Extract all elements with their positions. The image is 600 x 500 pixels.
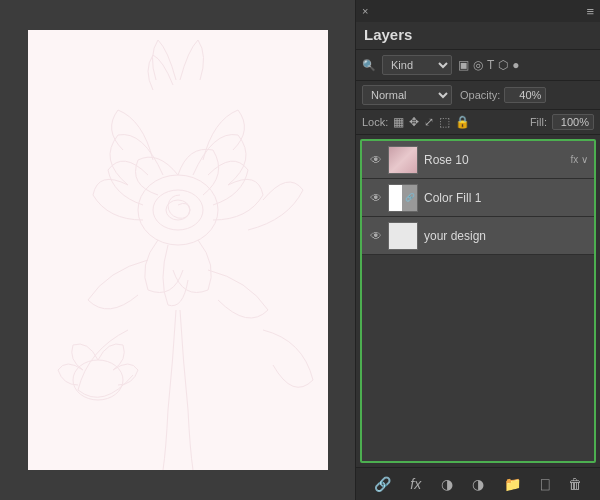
panel-menu-icon[interactable]: ≡ [586,4,594,19]
blend-row: Normal Opacity: 40% [356,81,600,110]
canvas-area [0,0,355,500]
layer-name-yourdesign: your design [424,229,588,243]
lock-image-icon[interactable]: ✥ [409,115,419,129]
rose-sketch [28,30,328,470]
adjustment-icon[interactable]: ◎ [473,58,483,72]
opacity-label: Opacity: [460,89,500,101]
new-group-icon[interactable]: 📁 [500,474,525,494]
layer-visibility-rose10[interactable]: 👁 [368,153,384,167]
fill-value[interactable]: 100% [552,114,594,130]
lock-row: Lock: ▦ ✥ ⤢ ⬚ 🔒 Fill: 100% [356,110,600,135]
smart-icon[interactable]: ● [512,58,519,72]
new-layer-icon[interactable]: ⎕ [537,474,553,494]
fill-label: Fill: [530,116,547,128]
layers-toolbar: 🔗 fx ◑ ◑ 📁 ⎕ 🗑 [356,467,600,500]
layer-thumb-rose10 [388,146,418,174]
layer-thumb-colorfill: 🔗 [388,184,418,212]
blend-mode-select[interactable]: Normal [362,85,452,105]
delete-layer-icon[interactable]: 🗑 [564,474,586,494]
kind-icons: ▣ ◎ T ⬡ ● [458,58,520,72]
layers-list: 👁 Rose 10 fx ∨ 👁 🔗 Color Fill 1 👁 your d… [360,139,596,463]
adjustment-layer-icon[interactable]: ◑ [468,474,488,494]
layer-item-yourdesign[interactable]: 👁 your design [362,217,594,255]
layer-effects-icon[interactable]: fx [406,474,425,494]
svg-point-0 [138,175,218,245]
lock-label: Lock: [362,116,388,128]
lock-all-icon[interactable]: 🔒 [455,115,470,129]
opacity-value[interactable]: 40% [504,87,546,103]
colorfill-white [389,185,402,211]
lock-artboard-icon[interactable]: ⬚ [439,115,450,129]
pixel-icon[interactable]: ▣ [458,58,469,72]
close-icon[interactable]: × [362,5,368,17]
kind-select[interactable]: Kind [382,55,452,75]
add-mask-icon[interactable]: ◑ [437,474,457,494]
layer-thumb-yourdesign [388,222,418,250]
kind-row: 🔍 Kind ▣ ◎ T ⬡ ● [356,50,600,81]
layer-item-colorfill[interactable]: 👁 🔗 Color Fill 1 [362,179,594,217]
type-icon[interactable]: T [487,58,494,72]
colorfill-gray: 🔗 [402,185,417,211]
layer-fx-rose10[interactable]: fx ∨ [570,154,588,165]
shape-icon[interactable]: ⬡ [498,58,508,72]
layer-name-rose10: Rose 10 [424,153,566,167]
layer-item-rose10[interactable]: 👁 Rose 10 fx ∨ [362,141,594,179]
layer-visibility-yourdesign[interactable]: 👁 [368,229,384,243]
panel-top-bar: × ≡ [356,0,600,22]
svg-point-1 [153,190,203,230]
lock-transparent-icon[interactable]: ▦ [393,115,404,129]
link-layers-icon[interactable]: 🔗 [370,474,395,494]
kind-label: 🔍 [362,59,376,72]
layer-visibility-colorfill[interactable]: 👁 [368,191,384,205]
lock-icons: ▦ ✥ ⤢ ⬚ 🔒 [393,115,525,129]
canvas-document [28,30,328,470]
panel-title: Layers [356,22,600,50]
layers-panel: × ≡ Layers 🔍 Kind ▣ ◎ T ⬡ ● Normal Opaci… [355,0,600,500]
svg-point-3 [73,360,123,400]
layer-name-colorfill: Color Fill 1 [424,191,588,205]
lock-position-icon[interactable]: ⤢ [424,115,434,129]
